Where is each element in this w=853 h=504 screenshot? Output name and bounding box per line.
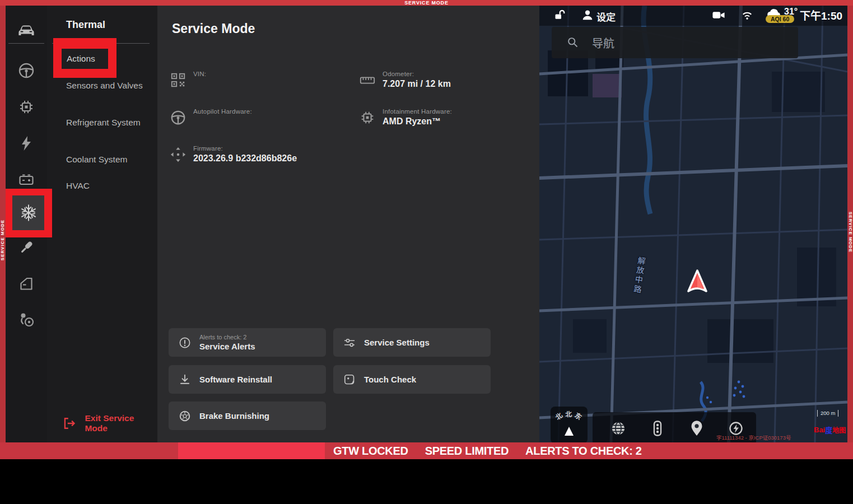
app-dock: ‹ 低 › i 18 ‹	[0, 459, 853, 504]
map-scale: 200 m	[817, 410, 838, 417]
exit-service-mode-button[interactable]: Exit Service Mode	[63, 413, 157, 433]
status-gtw-locked: GTW LOCKED	[333, 445, 408, 458]
touch-screen-icon	[343, 373, 356, 386]
sliders-icon	[343, 336, 356, 349]
map-canvas	[539, 6, 847, 442]
sidebar-item-car[interactable]	[17, 22, 35, 40]
software-reinstall-label: Software Reinstall	[199, 375, 272, 384]
traffic-light-icon[interactable]	[649, 419, 666, 437]
aqi-badge: AQI 60	[766, 15, 794, 23]
exit-service-mode-label: Exit Service Mode	[85, 413, 157, 433]
airbag-icon	[17, 311, 35, 329]
sidebar-item-steering[interactable]	[17, 62, 35, 80]
alert-status-bar: GTW LOCKED SPEED LIMITED ALERTS TO CHECK…	[0, 442, 853, 459]
brake-burnishing-button[interactable]: Brake Burnishing	[169, 402, 326, 430]
service-alerts-label: Service Alerts	[199, 342, 255, 351]
status-alerts-to-check: ALERTS TO CHECK: 2	[525, 445, 642, 458]
infotainment-chip-icon	[359, 109, 376, 126]
sidebar-item-airbag[interactable]	[17, 311, 35, 329]
service-settings-label: Service Settings	[364, 338, 430, 347]
brake-disc-icon	[178, 409, 192, 423]
qr-code-icon	[170, 72, 187, 88]
compass-heading-char: 东	[573, 410, 584, 422]
lightning-icon	[17, 134, 35, 152]
snowflake-icon	[19, 203, 38, 222]
wifi-icon[interactable]	[740, 8, 754, 25]
autopilot-steering-icon	[170, 109, 187, 126]
nav-header: Thermal	[66, 19, 105, 31]
driver-profile-icon[interactable]	[581, 8, 594, 25]
odometer-label: Odometer:	[383, 71, 451, 77]
brake-burnishing-label: Brake Burnishing	[199, 411, 269, 421]
service-alerts-button[interactable]: Alerts to check: 2 Service Alerts	[169, 328, 326, 357]
service-alerts-sublabel: Alerts to check: 2	[199, 334, 255, 340]
compass-heading-char: 北	[553, 410, 564, 422]
compass-widget[interactable]: 北 北 东	[551, 407, 588, 442]
sidebar-item-high-voltage[interactable]	[17, 134, 35, 152]
search-icon	[566, 36, 580, 49]
nav-item-refrigerant-system[interactable]: Refrigerant System	[66, 118, 151, 128]
alert-circle-icon	[178, 336, 192, 349]
dashcam-icon	[711, 8, 726, 25]
car-icon	[17, 22, 35, 38]
service-mode-left-strip: SERVICE MODE	[0, 6, 6, 442]
map-status-strip: 设定 31° AQI 60 下午1:50	[539, 6, 847, 26]
annotation-box-actions: Actions	[53, 38, 116, 78]
sidebar-item-controller[interactable]	[17, 98, 35, 116]
autopilot-value	[193, 116, 252, 127]
ruler-icon	[359, 72, 376, 88]
baidu-map[interactable]: 设定 31° AQI 60 下午1:50 导航 解放中路	[539, 6, 847, 442]
vehicle-location-arrow	[686, 269, 708, 295]
service-mode-panel: Service Mode VIN: Odometer: 7.207 mi / 1…	[157, 6, 539, 442]
chip-icon	[17, 98, 35, 116]
door-icon	[17, 275, 35, 293]
touch-check-label: Touch Check	[364, 375, 416, 384]
baidu-logo-bai: Bai	[814, 426, 825, 434]
info-autopilot: Autopilot Hardware:	[170, 108, 252, 127]
rail-divider	[8, 43, 44, 44]
compass-north-needle	[565, 427, 574, 436]
sidebar-item-door[interactable]	[17, 275, 35, 293]
map-search-input[interactable]: 导航	[552, 27, 798, 58]
touch-check-button[interactable]: Touch Check	[333, 365, 491, 394]
baidu-logo: Bai 度 地图	[814, 424, 846, 435]
suspension-icon	[17, 239, 35, 256]
map-attribution: 字11111342 - 京ICP证030173号	[716, 433, 791, 441]
annotation-box-thermal	[6, 189, 52, 237]
clock: 下午1:50	[800, 7, 842, 22]
firmware-value: 2023.26.9 b232d86b826e	[193, 153, 297, 164]
nav-item-hvac[interactable]: HVAC	[66, 181, 151, 191]
settings-label[interactable]: 设定	[596, 10, 616, 24]
firmware-label: Firmware:	[193, 145, 297, 152]
alert-bar-highlight	[178, 442, 325, 459]
globe-icon[interactable]	[609, 419, 627, 437]
tesla-service-mode-screen: SERVICE MODE SERVICE MODE SERVICE MODE	[0, 0, 853, 504]
service-mode-right-strip: SERVICE MODE	[847, 6, 853, 442]
baidu-logo-map: 地图	[832, 425, 846, 435]
battery-icon	[17, 171, 35, 189]
sidebar-item-thermal-selected[interactable]	[12, 195, 44, 230]
exit-icon	[63, 417, 76, 430]
unlocked-icon[interactable]	[553, 8, 566, 25]
page-title: Service Mode	[172, 21, 255, 36]
service-mode-right-label: SERVICE MODE	[847, 212, 853, 253]
sidebar-item-battery[interactable]	[17, 171, 35, 189]
service-mode-left-label: SERVICE MODE	[0, 220, 6, 260]
baidu-logo-paw: 度	[825, 424, 832, 435]
nav-item-coolant-system[interactable]: Coolant System	[66, 155, 151, 165]
search-placeholder: 导航	[592, 35, 614, 51]
nav-item-actions[interactable]: Actions	[62, 49, 108, 69]
vin-value	[193, 79, 206, 89]
info-infotainment: Infotainment Hardware: AMD Ryzen™	[359, 108, 452, 127]
odometer-value: 7.207 mi / 12 km	[383, 79, 451, 89]
firmware-icon	[170, 146, 187, 163]
autopilot-label: Autopilot Hardware:	[193, 108, 252, 115]
service-settings-button[interactable]: Service Settings	[333, 328, 491, 357]
location-pin-icon[interactable]	[688, 419, 706, 437]
status-speed-limited: SPEED LIMITED	[425, 445, 509, 458]
software-reinstall-button[interactable]: Software Reinstall	[169, 365, 326, 394]
info-odometer: Odometer: 7.207 mi / 12 km	[359, 71, 451, 89]
nav-item-sensors-valves[interactable]: Sensors and Valves	[66, 81, 151, 91]
sidebar-item-suspension[interactable]	[17, 239, 35, 256]
info-vin: VIN:	[170, 71, 206, 89]
